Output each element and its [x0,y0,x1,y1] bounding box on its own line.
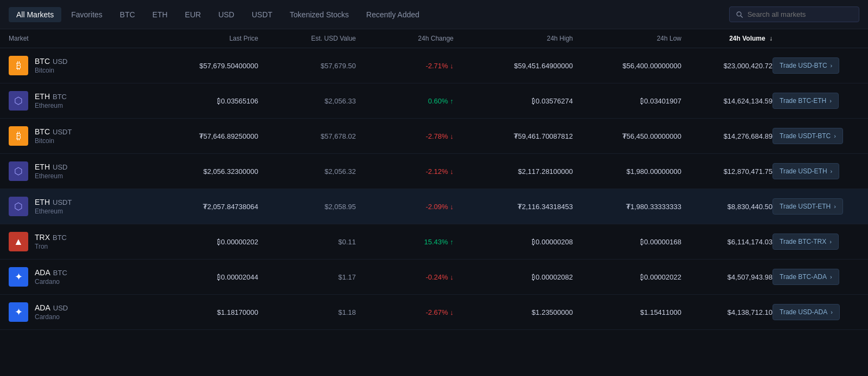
table-row: ₿ BTC USDT Bitcoin ₮57,646.89250000 $57,… [0,119,868,154]
nav-tab-recently-added[interactable]: Recently Added [359,7,427,22]
trade-button-label: Trade BTC-ETH [780,97,826,105]
nav-tab-btc[interactable]: BTC [112,7,143,22]
trade-button-eth-usd[interactable]: Trade USD-ETH › [773,163,839,179]
table-header: Market Last Price Est. USD Value 24h Cha… [0,29,868,48]
svg-line-1 [741,15,743,17]
market-base: BTC [35,57,50,66]
ada-icon: ✦ [9,302,28,322]
trade-button-label: Trade USD-ETH [780,167,827,175]
market-base: TRX [35,233,50,242]
change-24h: -2.67% ↓ [356,308,454,316]
last-price: $2,056.32300000 [139,167,258,176]
market-cell-ada-btc: ✦ ADA BTC Cardano [9,267,139,287]
change-24h: 0.60% ↑ [356,97,454,105]
nav-tab-tokenized-stocks[interactable]: Tokenized Stocks [282,7,356,22]
trx-icon: ▲ [9,232,28,251]
svg-point-0 [737,11,741,16]
trade-action: Trade BTC-TRX › [773,234,859,250]
trade-button-eth-btc[interactable]: Trade BTC-ETH › [773,93,839,109]
low-24h: ₿0.00002022 [573,273,681,281]
nav-tab-all-markets[interactable]: All Markets [9,7,61,22]
last-price: $1.18170000 [139,308,258,316]
est-usd-value: $2,056.33 [258,97,356,105]
low-24h: ₿0.00000168 [573,238,681,246]
search-box [729,7,859,22]
trade-button-ada-usd[interactable]: Trade USD-ADA › [773,304,840,320]
trade-button-btc-usd[interactable]: Trade USD-BTC › [773,57,839,74]
chevron-right-icon: › [829,98,832,104]
col-header-change-24h[interactable]: 24h Change [356,35,454,42]
nav-tab-eur[interactable]: EUR [177,7,209,22]
market-quote: USDT [53,128,72,136]
change-24h: -0.24% ↓ [356,273,454,281]
table-row: ⬡ ETH USD Ethereum $2,056.32300000 $2,05… [0,154,868,189]
est-usd-value: $1.18 [258,308,356,316]
btc-icon: ₿ [9,56,28,75]
high-24h: ₮2,116.34318453 [454,203,573,211]
volume-24h: $4,507,943.98 [681,273,773,281]
nav-tab-favorites[interactable]: Favorites [63,7,110,22]
market-cell-eth-usd: ⬡ ETH USD Ethereum [9,161,139,181]
nav-tab-usd[interactable]: USD [210,7,242,22]
trade-button-label: Trade BTC-ADA [780,273,827,281]
table-row: ✦ ADA USD Cardano $1.18170000 $1.18 -2.6… [0,295,868,330]
market-base: ETH [35,92,50,101]
chevron-right-icon: › [831,168,833,174]
col-header-high-24h[interactable]: 24h High [454,35,573,42]
market-base: ETH [35,163,50,171]
low-24h: $56,400.00000000 [573,62,681,70]
eth-icon: ⬡ [9,197,28,216]
col-header-est-usd[interactable]: Est. USD Value [258,35,356,42]
est-usd-value: $2,058.95 [258,203,356,211]
col-header-low-24h[interactable]: 24h Low [573,35,681,42]
low-24h: ₿0.03401907 [573,97,681,105]
chevron-right-icon: › [831,309,833,315]
volume-24h: $12,870,471.75 [681,167,773,176]
markets-table: Market Last Price Est. USD Value 24h Cha… [0,29,868,330]
trade-action: Trade USDT-ETH › [773,198,859,215]
col-header-market[interactable]: Market [9,35,139,42]
chevron-right-icon: › [829,238,832,245]
search-icon [736,11,743,18]
low-24h: ₮1,980.33333333 [573,203,681,211]
market-name: Cardano [35,313,68,321]
table-body: ₿ BTC USD Bitcoin $57,679.50400000 $57,6… [0,48,868,330]
market-cell-eth-usdt: ⬡ ETH USDT Ethereum [9,197,139,216]
chevron-right-icon: › [834,133,836,139]
volume-24h: $4,138,712.10 [681,308,773,316]
low-24h: ₮56,450.00000000 [573,132,681,140]
col-header-last-price[interactable]: Last Price [139,35,258,42]
high-24h: $2,117.28100000 [454,167,573,176]
market-base: BTC [35,127,50,136]
trade-button-btc-usdt[interactable]: Trade USDT-BTC › [773,128,843,144]
high-24h: ₿0.00000208 [454,238,573,246]
trade-button-label: Trade USD-ADA [780,308,827,316]
search-input[interactable] [748,10,852,18]
table-row: ⬡ ETH BTC Ethereum ₿0.03565106 $2,056.33… [0,83,868,119]
trade-button-ada-btc[interactable]: Trade BTC-ADA › [773,269,839,285]
market-cell-ada-usd: ✦ ADA USD Cardano [9,302,139,322]
last-price: ₿0.03565106 [139,97,258,105]
trade-action: Trade USD-ETH › [773,163,859,179]
market-cell-eth-btc: ⬡ ETH BTC Ethereum [9,91,139,111]
high-24h: ₿0.00002082 [454,273,573,281]
trade-button-eth-usdt[interactable]: Trade USDT-ETH › [773,198,843,215]
change-24h: -2.12% ↓ [356,167,454,176]
market-quote: BTC [53,93,67,101]
trade-button-label: Trade USDT-BTC [780,132,831,140]
nav-tab-eth[interactable]: ETH [145,7,175,22]
nav-tab-usdt[interactable]: USDT [244,7,280,22]
volume-24h: $14,624,134.59 [681,97,773,105]
col-header-volume-24h[interactable]: 24h Volume ↓ [681,35,773,42]
eth-icon: ⬡ [9,161,28,181]
volume-24h: $8,830,440.50 [681,203,773,211]
change-24h: -2.78% ↓ [356,132,454,140]
est-usd-value: $0.11 [258,238,356,246]
volume-24h: $23,000,420.72 [681,62,773,70]
last-price: ₮2,057.84738064 [139,203,258,211]
trade-button-label: Trade BTC-TRX [780,238,826,245]
volume-24h: $6,114,174.03 [681,238,773,246]
trade-action: Trade BTC-ADA › [773,269,859,285]
trade-button-trx-btc[interactable]: Trade BTC-TRX › [773,234,839,250]
volume-24h: $14,276,684.89 [681,132,773,140]
